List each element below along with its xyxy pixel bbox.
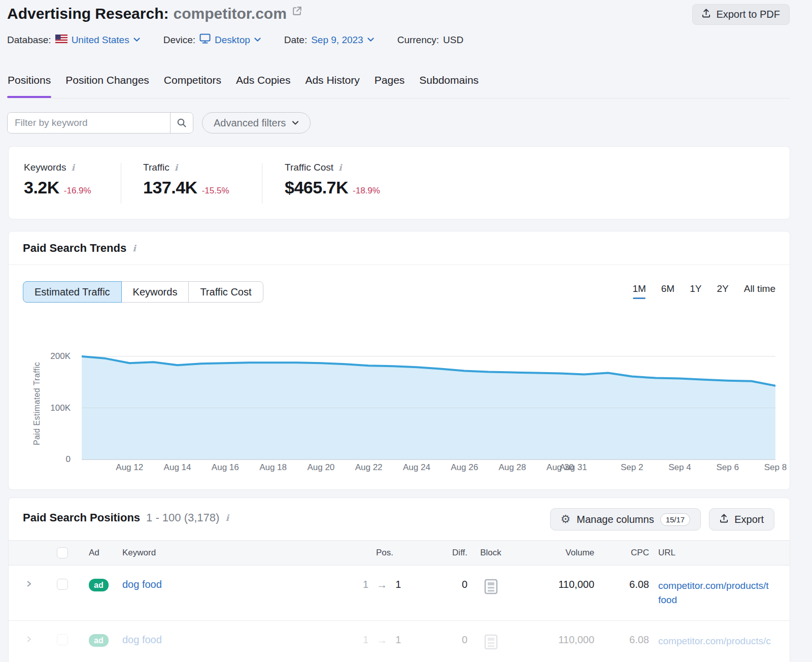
- paid-search-trends-card: Paid Search Trends Estimated Traffic Key…: [8, 231, 790, 490]
- chevron-down-icon: [367, 38, 374, 42]
- arrow-right-icon: [377, 635, 387, 645]
- x-tick-label: Aug 26: [451, 462, 478, 473]
- y-tick-label: 100K: [9, 403, 71, 413]
- serp-block-icon[interactable]: [484, 579, 498, 597]
- x-tick-label: Aug 18: [259, 462, 287, 473]
- tab-ads-copies[interactable]: Ads Copies: [235, 72, 291, 98]
- page-header: Advertising Research: competitor.com Exp…: [7, 5, 790, 22]
- search-button[interactable]: [170, 113, 193, 133]
- select-all-checkbox[interactable]: [57, 547, 68, 558]
- column-header-volume[interactable]: Volume: [514, 548, 594, 558]
- range-2y[interactable]: 2Y: [717, 283, 728, 299]
- stat-traffic: Traffic 137.4K -15.5%: [143, 162, 229, 197]
- x-tick-label: Aug 28: [499, 462, 526, 473]
- export-label: Export: [734, 514, 764, 525]
- gear-icon: [561, 514, 571, 525]
- date-selector[interactable]: Date: Sep 9, 2023: [284, 35, 374, 46]
- stat-traffic-cost-change: -18.9%: [353, 186, 380, 196]
- page-title: Advertising Research: competitor.com: [7, 5, 790, 22]
- device-selector[interactable]: Device: Desktop: [163, 34, 261, 46]
- diff-value: 0: [462, 634, 467, 645]
- positions-range-text: 1 - 100 (3,178): [146, 511, 219, 524]
- range-all-time[interactable]: All time: [744, 283, 775, 299]
- export-to-pdf-label: Export to PDF: [716, 9, 780, 20]
- keyword-filter: [7, 112, 193, 134]
- cpc-value: 6.08: [629, 634, 649, 645]
- url-link[interactable]: competitor.com/products/c: [658, 634, 780, 648]
- export-button[interactable]: Export: [709, 508, 774, 531]
- active-tab-underline: [7, 96, 51, 98]
- x-tick-label: Sep 6: [717, 462, 739, 473]
- info-icon[interactable]: [225, 514, 228, 522]
- column-header-keyword[interactable]: Keyword: [120, 548, 348, 558]
- traffic-trend-chart[interactable]: [82, 350, 775, 460]
- tab-ads-history[interactable]: Ads History: [304, 72, 360, 98]
- metric-keywords[interactable]: Keywords: [121, 281, 189, 303]
- columns-count-badge: 15/17: [660, 513, 691, 526]
- database-value: United States: [72, 35, 129, 46]
- advertising-research-page: Advertising Research: competitor.com Exp…: [0, 0, 812, 662]
- tab-positions[interactable]: Positions: [7, 72, 51, 98]
- column-header-ad[interactable]: Ad: [84, 548, 120, 558]
- export-to-pdf-button[interactable]: Export to PDF: [692, 4, 790, 25]
- info-icon[interactable]: [132, 244, 136, 253]
- currency-label: Currency:: [397, 35, 439, 46]
- summary-stats-card: Keywords 3.2K -16.9% Traffic 137.4K -15.…: [8, 146, 790, 219]
- tab-subdomains[interactable]: Subdomains: [419, 72, 479, 98]
- filter-row: Advanced filters: [7, 112, 311, 134]
- column-header-cpc[interactable]: CPC: [594, 548, 649, 558]
- database-selector[interactable]: Database: United States: [7, 35, 140, 46]
- column-header-diff[interactable]: Diff.: [419, 548, 467, 558]
- keyword-link[interactable]: dog food: [122, 579, 162, 590]
- report-settings-row: Database: United States Device: Desktop: [7, 34, 463, 46]
- report-tabs: Positions Position Changes Competitors A…: [7, 72, 790, 98]
- expand-row-icon[interactable]: [26, 580, 32, 589]
- currency-indicator: Currency: USD: [397, 35, 463, 46]
- column-header-pos[interactable]: Pos.: [348, 548, 419, 558]
- info-icon[interactable]: [71, 163, 74, 172]
- x-tick-label: Aug 14: [164, 462, 191, 473]
- x-tick-label: Aug 12: [116, 462, 143, 473]
- chevron-down-icon: [292, 121, 299, 125]
- tab-competitors[interactable]: Competitors: [163, 72, 222, 98]
- x-tick-label: Aug 24: [403, 462, 430, 473]
- metric-estimated-traffic[interactable]: Estimated Traffic: [23, 281, 122, 303]
- stat-keywords-value: 3.2K: [24, 178, 59, 197]
- arrow-right-icon: [377, 579, 387, 590]
- chart-y-ticks: 200K100K0: [9, 350, 71, 460]
- ad-badge[interactable]: ad: [89, 634, 109, 647]
- chevron-down-icon: [254, 38, 261, 42]
- stat-keywords-change: -16.9%: [64, 186, 91, 196]
- external-link-icon[interactable]: [292, 3, 302, 20]
- row-checkbox[interactable]: [57, 579, 68, 590]
- row-checkbox[interactable]: [57, 634, 68, 645]
- range-1m[interactable]: 1M: [632, 283, 646, 299]
- info-icon[interactable]: [339, 163, 342, 172]
- serp-block-icon[interactable]: [484, 634, 498, 652]
- url-link[interactable]: competitor.com/products/t food: [658, 579, 780, 607]
- range-1y[interactable]: 1Y: [690, 283, 701, 299]
- ad-badge[interactable]: ad: [89, 579, 109, 591]
- stat-keywords: Keywords 3.2K -16.9%: [24, 162, 91, 197]
- column-header-url[interactable]: URL: [649, 548, 790, 558]
- info-icon[interactable]: [175, 163, 178, 172]
- page-title-domain: competitor.com: [173, 5, 286, 22]
- divider: [262, 163, 262, 204]
- range-6m[interactable]: 6M: [661, 283, 674, 299]
- paid-search-positions-card: Paid Search Positions 1 - 100 (3,178) Ma…: [8, 498, 790, 662]
- advanced-filters-button[interactable]: Advanced filters: [202, 112, 311, 134]
- expand-row-icon[interactable]: [26, 636, 32, 645]
- tab-position-changes[interactable]: Position Changes: [65, 72, 150, 98]
- manage-columns-button[interactable]: Manage columns 15/17: [550, 508, 701, 531]
- x-tick-label: Aug 20: [307, 462, 334, 473]
- volume-value: 110,000: [558, 634, 594, 645]
- tab-pages[interactable]: Pages: [374, 72, 405, 98]
- table-row: ad dog food 1 1 0 110,000 6.08 competito…: [9, 621, 790, 662]
- us-flag-icon: [55, 35, 67, 46]
- volume-value: 110,000: [558, 579, 594, 590]
- column-header-block[interactable]: Block: [467, 548, 514, 558]
- keyword-link[interactable]: dog food: [122, 634, 162, 645]
- stat-traffic-cost: Traffic Cost $465.7K -18.9%: [285, 162, 380, 197]
- keyword-filter-input[interactable]: [8, 113, 170, 133]
- metric-traffic-cost[interactable]: Traffic Cost: [188, 281, 263, 303]
